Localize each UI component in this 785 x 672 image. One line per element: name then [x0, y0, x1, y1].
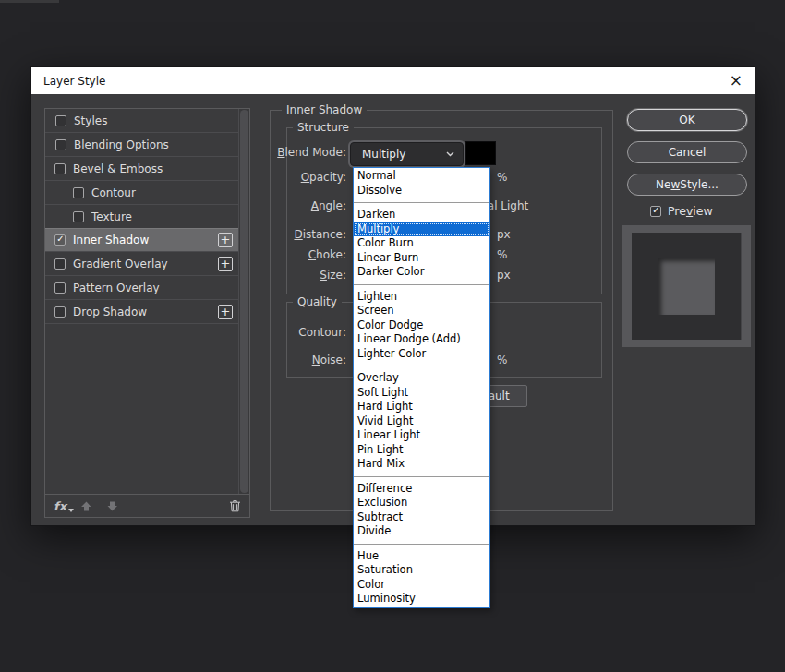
- blend-mode-option[interactable]: Difference: [354, 482, 489, 497]
- blend-mode-value: Multiply: [362, 148, 405, 161]
- blend-mode-dropdown: NormalDissolveDarkenMultiplyColor BurnLi…: [353, 167, 490, 608]
- effect-checkbox[interactable]: [54, 306, 66, 318]
- dialog-body: Styles Blending Options Bevel & Emboss C…: [31, 94, 755, 525]
- blend-mode-option[interactable]: Hard Mix: [354, 457, 489, 472]
- effect-checkbox[interactable]: [73, 211, 84, 222]
- sidebar-item-label: Pattern Overlay: [73, 282, 160, 294]
- panel-title: Inner Shadow: [282, 103, 367, 116]
- choke-label: Choke:: [208, 248, 346, 261]
- contour-label: Contour:: [208, 326, 346, 339]
- screen: Layer Style × Styles Blending Options Be…: [0, 0, 785, 672]
- blend-mode-select[interactable]: Multiply: [350, 142, 464, 166]
- blend-mode-option[interactable]: Color: [354, 578, 489, 593]
- sidebar-item-label: Drop Shadow: [73, 306, 147, 318]
- blend-mode-option[interactable]: Color Burn: [354, 236, 489, 251]
- sidebar-item-label: Inner Shadow: [73, 234, 149, 246]
- blend-mode-separator: [354, 472, 489, 482]
- sidebar-item[interactable]: Styles: [45, 109, 238, 133]
- blend-mode-option[interactable]: Saturation: [354, 563, 489, 578]
- blend-mode-separator: [354, 539, 489, 549]
- effect-checkbox[interactable]: [54, 163, 66, 174]
- preview-thumbnail-inner: [632, 233, 742, 340]
- size-label: Size:: [208, 269, 346, 282]
- new-style-button[interactable]: New Style...: [627, 174, 747, 196]
- blend-mode-option[interactable]: Multiply: [354, 222, 489, 237]
- sidebar-item-label: Styles: [74, 114, 107, 127]
- blend-mode-option[interactable]: Linear Dodge (Add): [354, 332, 489, 347]
- preview-label: Preview: [668, 204, 713, 218]
- noise-label: Noise:: [208, 354, 346, 366]
- blend-mode-option[interactable]: Lighten: [354, 290, 489, 305]
- ok-button[interactable]: OK: [627, 109, 747, 131]
- blend-mode-option[interactable]: Dissolve: [354, 184, 489, 198]
- styles-sidebar: Styles Blending Options Bevel & Emboss C…: [44, 108, 250, 518]
- effect-checkbox[interactable]: [54, 258, 66, 270]
- angle-label: Angle:: [208, 199, 346, 212]
- structure-legend: Structure: [293, 121, 354, 134]
- blend-mode-option[interactable]: Soft Light: [354, 386, 489, 401]
- sidebar-item-label: Gradient Overlay: [73, 258, 168, 270]
- opacity-label: Opacity:: [208, 171, 346, 184]
- sidebar-item-label: Bevel & Emboss: [73, 162, 163, 175]
- preview-inner-shadow-square: [658, 258, 715, 315]
- blend-mode-option[interactable]: Overlay: [354, 371, 489, 386]
- background-artifact: [0, 0, 59, 3]
- blend-mode-option[interactable]: Subtract: [354, 510, 489, 525]
- blend-mode-option[interactable]: Exclusion: [354, 496, 489, 510]
- effect-checkbox[interactable]: [54, 282, 66, 294]
- blend-mode-option[interactable]: Darken: [354, 208, 489, 222]
- blend-mode-option[interactable]: Vivid Light: [354, 414, 489, 429]
- blend-mode-option[interactable]: Pin Light: [354, 443, 489, 458]
- blend-mode-label: Blend Mode:: [208, 146, 346, 159]
- blend-mode-option[interactable]: Divide: [354, 524, 489, 539]
- shadow-color-swatch[interactable]: [465, 141, 496, 165]
- blend-mode-option[interactable]: Luminosity: [354, 592, 489, 606]
- distance-label: Distance:: [208, 228, 346, 241]
- blend-mode-option[interactable]: Linear Burn: [354, 251, 489, 266]
- blend-mode-option[interactable]: Darker Color: [354, 265, 489, 280]
- blend-mode-option[interactable]: Linear Light: [354, 428, 489, 443]
- sidebar-item-label: Texture: [91, 210, 132, 223]
- dialog-titlebar[interactable]: Layer Style ×: [31, 67, 755, 94]
- blend-mode-separator: [354, 198, 489, 208]
- add-effect-button[interactable]: +: [218, 305, 233, 319]
- noise-unit: %: [497, 354, 507, 366]
- sidebar-scrollbar[interactable]: [238, 109, 249, 494]
- effect-checkbox[interactable]: [73, 187, 84, 198]
- blend-mode-option[interactable]: Normal: [354, 169, 489, 184]
- effect-checkbox[interactable]: [54, 234, 66, 246]
- scrollbar-thumb[interactable]: [240, 110, 248, 493]
- preview-checkbox[interactable]: [650, 206, 661, 217]
- sidebar-footer: fx: [45, 494, 249, 517]
- fx-menu-button[interactable]: fx: [54, 499, 66, 513]
- sidebar-item[interactable]: Drop Shadow +: [45, 300, 238, 324]
- effect-checkbox[interactable]: [55, 139, 66, 150]
- layer-style-dialog: Layer Style × Styles Blending Options Be…: [30, 66, 755, 526]
- move-up-icon[interactable]: [80, 500, 92, 512]
- blend-mode-separator: [354, 361, 489, 371]
- preview-thumbnail: [622, 225, 751, 347]
- size-unit: px: [497, 269, 511, 282]
- sidebar-item-label: Blending Options: [74, 138, 169, 151]
- sidebar-item-label: Contour: [91, 186, 136, 199]
- dialog-title: Layer Style: [43, 75, 105, 88]
- blend-mode-option[interactable]: Screen: [354, 304, 489, 318]
- close-icon[interactable]: ×: [730, 73, 743, 89]
- effect-checkbox[interactable]: [55, 115, 66, 126]
- blend-mode-option[interactable]: Color Dodge: [354, 318, 489, 333]
- cancel-button[interactable]: Cancel: [627, 141, 747, 163]
- quality-legend: Quality: [293, 295, 342, 308]
- effects-list: Styles Blending Options Bevel & Emboss C…: [45, 109, 238, 324]
- blend-mode-option[interactable]: Hue: [354, 549, 489, 564]
- blend-mode-option[interactable]: Lighter Color: [354, 347, 489, 362]
- choke-unit: %: [497, 248, 507, 261]
- delete-effect-icon[interactable]: [229, 499, 241, 512]
- chevron-down-icon: [446, 151, 454, 157]
- preview-option: Preview: [650, 204, 713, 218]
- blend-mode-option[interactable]: Hard Light: [354, 400, 489, 414]
- opacity-unit: %: [497, 171, 507, 184]
- blend-mode-separator: [354, 280, 489, 290]
- move-down-icon[interactable]: [106, 500, 118, 512]
- distance-unit: px: [497, 228, 511, 241]
